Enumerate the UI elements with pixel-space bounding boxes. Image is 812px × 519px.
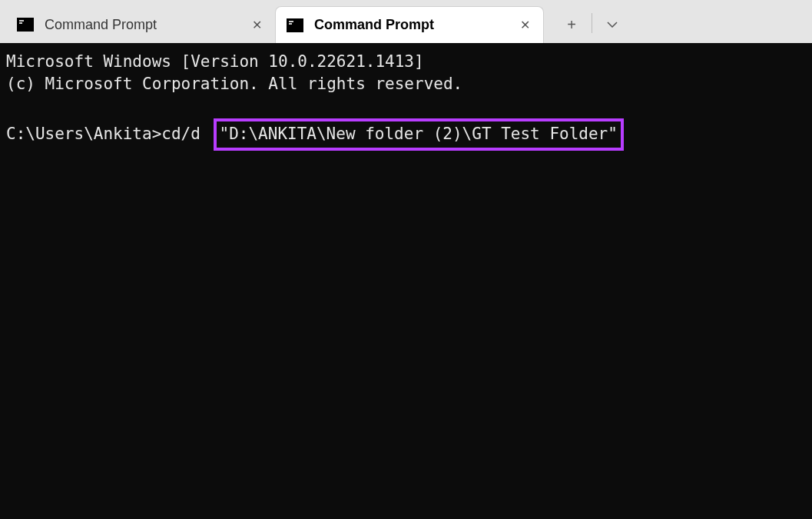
divider (592, 13, 592, 33)
tab-bar: Command Prompt ✕ Command Prompt ✕ + (0, 0, 812, 43)
close-icon[interactable]: ✕ (247, 15, 266, 34)
tab-active[interactable]: Command Prompt ✕ (275, 6, 544, 43)
close-icon[interactable]: ✕ (515, 16, 534, 35)
tab-controls: + (553, 6, 631, 43)
tab-inactive[interactable]: Command Prompt ✕ (6, 6, 275, 43)
terminal-area[interactable]: Microsoft Windows [Version 10.0.22621.14… (0, 43, 812, 519)
highlighted-path: "D:\ANKITA\New folder (2)\GT Test Folder… (214, 118, 624, 150)
terminal-command: cd/d (161, 125, 201, 143)
tab-title: Command Prompt (45, 17, 247, 33)
terminal-prompt: C:\Users\Ankita> (6, 125, 161, 143)
tab-title: Command Prompt (314, 17, 515, 33)
terminal-line-copyright: (c) Microsoft Corporation. All rights re… (6, 75, 462, 93)
terminal-icon (17, 18, 34, 32)
terminal-line-version: Microsoft Windows [Version 10.0.22621.14… (6, 52, 424, 71)
tab-dropdown-button[interactable] (594, 9, 631, 40)
chevron-down-icon (607, 22, 618, 28)
terminal-icon (287, 18, 303, 32)
new-tab-button[interactable]: + (553, 9, 590, 40)
